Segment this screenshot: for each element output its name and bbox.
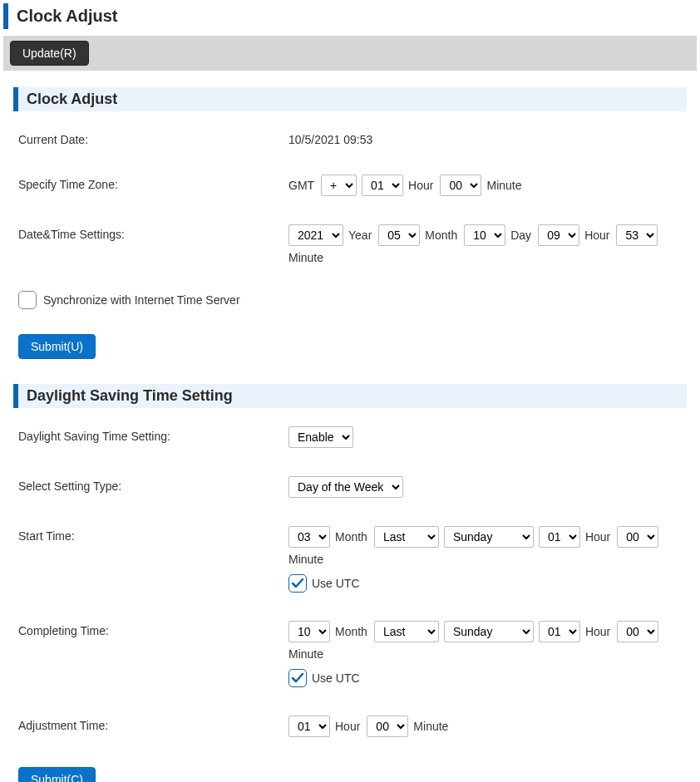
complete-month-unit: Month	[335, 625, 367, 638]
dst-setting-controls: Enable	[288, 426, 353, 448]
dst-title: Daylight Saving Time Setting	[27, 387, 678, 405]
complete-time-controls: 10 Month Last Sunday 01 Hour 00 Minute	[288, 621, 682, 661]
clock-adjust-header: Clock Adjust	[13, 87, 687, 111]
start-utc-checkbox[interactable]	[288, 574, 307, 593]
start-month-unit: Month	[335, 530, 367, 543]
complete-time-label: Completing Time:	[18, 621, 288, 637]
start-utc-row: Use UTC	[288, 574, 682, 593]
dt-minute-unit: Minute	[288, 251, 323, 264]
dt-settings-label: Date&Time Settings:	[18, 224, 288, 241]
dt-settings-controls: 2021 Year 05 Month 10 Day 09 Hour 53 Min…	[288, 224, 682, 264]
dt-hour-select[interactable]: 09	[538, 224, 579, 246]
specify-tz-label: Specify Time Zone:	[18, 175, 288, 191]
complete-minute-select[interactable]: 00	[617, 621, 658, 642]
start-month-select[interactable]: 03	[288, 526, 330, 548]
complete-hour-select[interactable]: 01	[539, 621, 580, 642]
start-minute-select[interactable]: 00	[617, 526, 658, 548]
dst-type-row: Select Setting Type: Day of the Week	[13, 470, 687, 519]
dt-year-select[interactable]: 2021	[288, 224, 343, 246]
specify-tz-controls: GMT + 01 Hour 00 Minute	[288, 175, 524, 196]
complete-month-select[interactable]: 10	[288, 621, 330, 642]
start-hour-select[interactable]: 01	[539, 526, 580, 548]
tz-sign-select[interactable]: +	[321, 175, 357, 196]
dst-enable-select[interactable]: Enable	[288, 426, 353, 448]
sync-checkbox[interactable]	[18, 291, 37, 309]
dt-month-unit: Month	[425, 229, 457, 242]
specify-tz-row: Specify Time Zone: GMT + 01 Hour 00 Minu…	[13, 168, 687, 218]
adjust-minute-unit: Minute	[413, 720, 448, 733]
complete-minute-unit: Minute	[288, 647, 323, 661]
current-date-label: Current Date:	[18, 130, 288, 146]
start-time-row: Start Time: 03 Month Last Sunday 01 Hour…	[13, 519, 687, 614]
sync-row: Synchronize with Internet Time Server	[13, 286, 687, 326]
start-utc-label: Use UTC	[312, 577, 360, 590]
current-date-row: Current Date: 10/5/2021 09:53	[13, 123, 687, 168]
dt-day-select[interactable]: 10	[464, 224, 505, 246]
dst-type-select[interactable]: Day of the Week	[288, 476, 403, 498]
clock-adjust-section: Clock Adjust Current Date: 10/5/2021 09:…	[3, 87, 697, 384]
dt-year-unit: Year	[348, 229, 372, 242]
check-icon	[291, 577, 304, 590]
update-button[interactable]: Update(R)	[10, 41, 89, 66]
start-minute-unit: Minute	[288, 553, 323, 566]
tz-minute-select[interactable]: 00	[440, 175, 481, 196]
tz-minute-unit: Minute	[486, 179, 521, 192]
complete-time-row: Completing Time: 10 Month Last Sunday 01…	[13, 614, 687, 709]
adjust-hour-unit: Hour	[335, 720, 360, 733]
start-ordinal-select[interactable]: Last	[374, 526, 439, 548]
complete-hour-unit: Hour	[585, 625, 610, 638]
adjust-time-controls: 01 Hour 00 Minute	[288, 716, 450, 737]
adjust-minute-select[interactable]: 00	[367, 716, 408, 737]
adjust-hour-select[interactable]: 01	[288, 716, 330, 737]
submit-u-button[interactable]: Submit(U)	[18, 334, 96, 359]
dst-submit-row: Submit(C)	[13, 759, 687, 782]
dst-setting-row: Daylight Saving Time Setting: Enable	[13, 420, 687, 470]
complete-weekday-select[interactable]: Sunday	[444, 621, 534, 642]
adjust-time-label: Adjustment Time:	[18, 716, 288, 732]
adjust-time-row: Adjustment Time: 01 Hour 00 Minute	[13, 709, 687, 759]
dst-section: Daylight Saving Time Setting Daylight Sa…	[3, 384, 697, 782]
dst-type-controls: Day of the Week	[288, 476, 403, 498]
submit-c-button[interactable]: Submit(C)	[18, 767, 96, 782]
dt-settings-row: Date&Time Settings: 2021 Year 05 Month 1…	[13, 218, 687, 286]
complete-time-value: 10 Month Last Sunday 01 Hour 00 Minute U…	[288, 621, 682, 687]
complete-utc-label: Use UTC	[312, 671, 360, 685]
tz-hour-select[interactable]: 01	[362, 175, 403, 196]
clock-submit-row: Submit(U)	[13, 326, 687, 367]
clock-adjust-title: Clock Adjust	[27, 91, 678, 108]
tz-hour-unit: Hour	[408, 179, 433, 192]
dt-minute-select[interactable]: 53	[616, 224, 658, 246]
dt-hour-unit: Hour	[584, 229, 609, 242]
dst-setting-label: Daylight Saving Time Setting:	[18, 426, 288, 443]
page-title-bar: Clock Adjust	[3, 3, 697, 29]
page-title: Clock Adjust	[17, 7, 688, 26]
sync-label: Synchronize with Internet Time Server	[43, 293, 240, 307]
complete-utc-row: Use UTC	[288, 669, 682, 687]
toolbar: Update(R)	[3, 36, 697, 71]
start-hour-unit: Hour	[585, 530, 610, 543]
check-icon	[291, 671, 304, 685]
start-time-label: Start Time:	[18, 526, 288, 543]
complete-utc-checkbox[interactable]	[288, 669, 307, 687]
dt-day-unit: Day	[510, 229, 531, 242]
dst-type-label: Select Setting Type:	[18, 476, 288, 493]
start-time-controls: 03 Month Last Sunday 01 Hour 00 Minute	[288, 526, 682, 566]
dst-header: Daylight Saving Time Setting	[13, 384, 687, 408]
complete-ordinal-select[interactable]: Last	[374, 621, 439, 642]
current-date-value: 10/5/2021 09:53	[288, 130, 682, 146]
tz-gmt-prefix: GMT	[288, 179, 314, 192]
start-time-value: 03 Month Last Sunday 01 Hour 00 Minute U…	[288, 526, 682, 593]
dt-month-select[interactable]: 05	[378, 224, 420, 246]
start-weekday-select[interactable]: Sunday	[444, 526, 534, 548]
